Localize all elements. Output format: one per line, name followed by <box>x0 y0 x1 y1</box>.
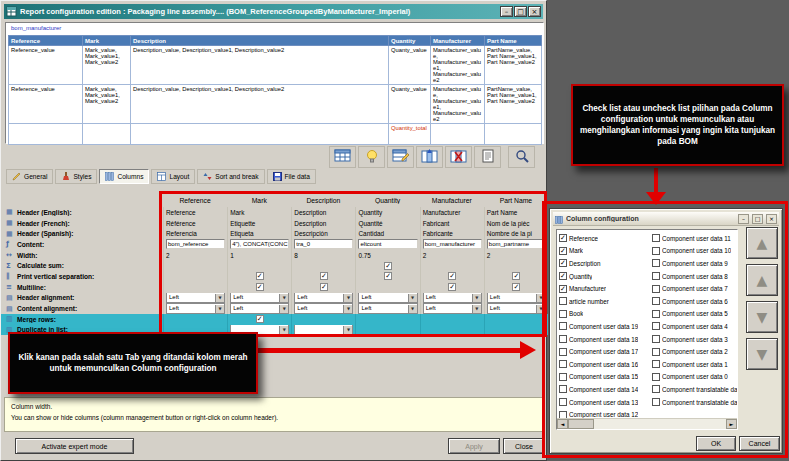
checkbox-icon[interactable] <box>652 335 660 343</box>
column-config-item[interactable]: Component user data 9 <box>652 257 738 270</box>
dialog-minimize-button[interactable]: – <box>738 214 749 224</box>
checkbox-icon[interactable] <box>652 348 660 356</box>
ok-button[interactable]: OK <box>696 436 736 451</box>
content-formula-field[interactable]: bom_manufacturer <box>423 239 482 249</box>
column-config-item[interactable]: Component translatable dat <box>652 396 738 409</box>
checkbox-icon[interactable] <box>652 398 660 406</box>
content-formula-field[interactable]: bom_partname <box>487 239 546 249</box>
column-config-item[interactable]: ✓Quantity <box>559 270 649 283</box>
minimize-button[interactable]: – <box>500 6 513 17</box>
column-config-item[interactable]: Component user data 13 <box>559 396 649 409</box>
column-config-item[interactable]: Component user data 8 <box>652 270 738 283</box>
content-formula-field[interactable]: tra_0 <box>294 239 353 249</box>
column-config-item[interactable]: Component user data 2 <box>652 345 738 358</box>
tab-sort-and-break[interactable]: Sort and break <box>197 169 264 184</box>
grid-checkbox[interactable]: ✓ <box>448 283 456 291</box>
grid-checkbox[interactable]: ✓ <box>384 262 392 270</box>
grid-column-header[interactable]: Part Name <box>484 197 548 204</box>
column-config-item[interactable]: ✓Mark <box>559 245 649 258</box>
apply-button[interactable]: Apply <box>448 438 500 454</box>
checkbox-icon[interactable] <box>652 297 660 305</box>
checkbox-icon[interactable] <box>652 373 660 381</box>
checkbox-icon[interactable] <box>559 398 567 406</box>
checkbox-icon[interactable] <box>559 348 567 356</box>
insert-column-button[interactable] <box>416 146 443 168</box>
checkbox-icon[interactable] <box>559 322 567 330</box>
column-config-item[interactable]: Component user data 10 <box>652 245 738 258</box>
checkbox-icon[interactable] <box>652 285 660 293</box>
alignment-dropdown[interactable]: Left▼ <box>166 293 225 304</box>
grid-checkbox[interactable]: ✓ <box>448 272 456 280</box>
dialog-maximize-button[interactable]: □ <box>752 214 763 224</box>
checkbox-icon[interactable] <box>559 310 567 318</box>
table-edit-button[interactable] <box>387 146 414 168</box>
checkbox-icon[interactable]: ✓ <box>559 259 567 267</box>
hint-button[interactable] <box>358 146 385 168</box>
checkbox-icon[interactable]: ✓ <box>559 234 567 242</box>
column-config-item[interactable]: ✓Manufacturer <box>559 282 649 295</box>
alignment-dropdown[interactable]: Left▼ <box>230 303 289 314</box>
scroll-right-button[interactable]: ► <box>726 419 737 429</box>
checkbox-icon[interactable] <box>652 310 660 318</box>
checkbox-icon[interactable] <box>652 259 660 267</box>
column-config-item[interactable]: Component user data 15 <box>559 371 649 384</box>
move-up-button[interactable]: ▲ <box>746 264 778 296</box>
alignment-dropdown[interactable]: Left▼ <box>294 293 353 304</box>
tab-layout[interactable]: Layout <box>151 169 195 184</box>
close-button[interactable]: Close <box>503 438 545 454</box>
grid-column-header[interactable]: Description <box>291 197 355 204</box>
grid-checkbox[interactable]: ✓ <box>320 283 328 291</box>
checkbox-icon[interactable] <box>652 272 660 280</box>
scroll-left-button[interactable]: ◄ <box>557 419 568 429</box>
window-titlebar[interactable]: Report configuration edition : Packaging… <box>4 4 543 19</box>
grid-column-header[interactable]: Mark <box>227 197 291 204</box>
checkbox-icon[interactable] <box>559 297 567 305</box>
alignment-dropdown[interactable]: Left▼ <box>166 303 225 314</box>
column-config-item[interactable]: Component user data 3 <box>652 333 738 346</box>
column-config-item[interactable]: Component user data 17 <box>559 345 649 358</box>
grid-checkbox[interactable]: ✓ <box>512 272 520 280</box>
tab-styles[interactable]: Styles <box>55 169 97 184</box>
alignment-dropdown[interactable]: Left▼ <box>423 303 482 314</box>
alignment-dropdown[interactable]: Left▼ <box>230 293 289 304</box>
tab-columns[interactable]: Columns <box>99 169 149 184</box>
table-button[interactable] <box>329 146 356 168</box>
report-preview-button[interactable] <box>474 146 501 168</box>
alignment-dropdown[interactable]: Left▼ <box>294 303 353 314</box>
checkbox-icon[interactable]: ✓ <box>559 285 567 293</box>
checkbox-icon[interactable] <box>652 360 660 368</box>
grid-checkbox[interactable]: ✓ <box>384 272 392 280</box>
alignment-dropdown[interactable]: Left▼ <box>358 293 417 304</box>
content-formula-field[interactable]: eltcount <box>358 239 417 249</box>
checkbox-icon[interactable]: ✓ <box>559 272 567 280</box>
grid-checkbox[interactable]: ✓ <box>320 272 328 280</box>
dialog-close-icon[interactable]: × <box>766 214 777 224</box>
move-down-button[interactable]: ▼ <box>746 301 778 333</box>
grid-column-header[interactable]: Reference <box>163 197 227 204</box>
content-formula-field[interactable]: 4"), CONCAT(CONC <box>230 239 289 249</box>
alignment-dropdown[interactable]: Left▼ <box>423 293 482 304</box>
grid-checkbox[interactable]: ✓ <box>256 272 264 280</box>
zoom-button[interactable] <box>508 146 535 168</box>
activate-expert-mode-button[interactable]: Activate expert mode <box>15 438 134 454</box>
grid-column-header[interactable]: Quantity <box>355 197 419 204</box>
column-config-item[interactable]: Component user data 0 <box>652 371 738 384</box>
column-config-item[interactable]: Book <box>559 308 649 321</box>
checkbox-icon[interactable] <box>652 385 660 393</box>
grid-checkbox[interactable]: ✓ <box>256 315 264 323</box>
alignment-dropdown[interactable]: Left▼ <box>487 293 546 304</box>
content-formula-field[interactable]: bom_reference <box>166 239 225 249</box>
column-config-item[interactable]: Component user data 4 <box>652 320 738 333</box>
checkbox-icon[interactable] <box>559 385 567 393</box>
checkbox-icon[interactable] <box>559 335 567 343</box>
column-config-item[interactable]: Component translatable dat <box>652 383 738 396</box>
checkbox-icon[interactable]: ✓ <box>559 247 567 255</box>
column-config-item[interactable]: Component user data 18 <box>559 333 649 346</box>
horizontal-scrollbar[interactable]: ◄ ► <box>557 418 737 429</box>
grid-checkbox[interactable]: ✓ <box>256 283 264 291</box>
column-config-item[interactable]: Component user data 1 <box>652 358 738 371</box>
alignment-dropdown[interactable]: Left▼ <box>358 303 417 314</box>
column-config-item[interactable]: Component user data 11 <box>652 232 738 245</box>
column-config-item[interactable]: Component user data 6 <box>652 295 738 308</box>
grid-column-header[interactable]: Manufacturer <box>420 197 484 204</box>
